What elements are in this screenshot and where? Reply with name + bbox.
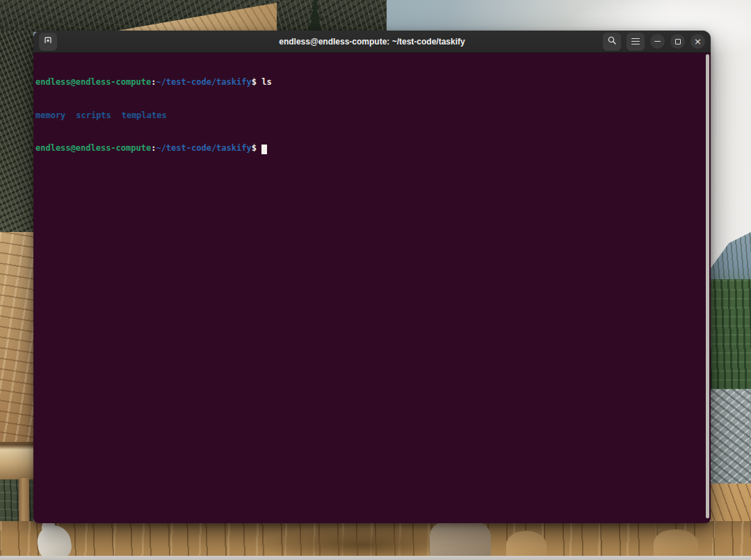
titlebar-controls: ×: [603, 33, 705, 51]
wallpaper-wood-beam: [0, 442, 33, 481]
window-title: endless@endless-compute: ~/test-code/tas…: [279, 37, 465, 47]
terminal-cursor: [261, 145, 267, 154]
terminal-prompt-line: endless@endless-compute:~/test-code/task…: [35, 143, 704, 154]
close-button[interactable]: ×: [691, 34, 705, 49]
wallpaper-rocks: [711, 389, 751, 488]
directory-name: templates: [122, 110, 167, 120]
menu-button[interactable]: [627, 33, 645, 51]
titlebar[interactable]: endless@endless-compute: ~/test-code/tas…: [33, 31, 711, 53]
terminal-prompt-line: endless@endless-compute:~/test-code/task…: [35, 77, 704, 88]
prompt-user-host: endless@endless-compute: [35, 143, 151, 153]
prompt-path: ~/test-code/taskify: [156, 143, 251, 153]
close-icon: ×: [694, 37, 702, 46]
terminal-window: endless@endless-compute: ~/test-code/tas…: [33, 31, 711, 523]
maximize-icon: [675, 39, 681, 44]
minimize-button[interactable]: [650, 34, 665, 49]
wallpaper-stone-large: [430, 518, 491, 560]
minimize-icon: [654, 41, 661, 42]
new-tab-icon: [43, 35, 53, 47]
wallpaper-branches-left: [0, 31, 33, 233]
prompt-symbol: $: [252, 143, 257, 153]
wallpaper-bottom-edge: [0, 556, 751, 560]
terminal-output-line: memoryscriptstemplates: [35, 110, 704, 122]
maximize-button[interactable]: [670, 34, 685, 49]
new-tab-button[interactable]: [39, 33, 57, 51]
typed-command: ls: [261, 77, 271, 87]
wallpaper-forest: [711, 279, 751, 399]
directory-name: scripts: [76, 110, 111, 120]
hamburger-menu-icon: [631, 38, 640, 45]
prompt-symbol: $: [252, 77, 257, 87]
wallpaper-wood-shingles: [0, 232, 33, 443]
prompt-user-host: endless@endless-compute: [35, 77, 151, 87]
search-icon: [607, 35, 617, 47]
terminal-screen[interactable]: endless@endless-compute:~/test-code/task…: [33, 53, 711, 522]
directory-name: memory: [35, 110, 65, 120]
search-button[interactable]: [603, 33, 621, 51]
scrollbar[interactable]: [706, 54, 709, 518]
prompt-path: ~/test-code/taskify: [156, 77, 251, 87]
